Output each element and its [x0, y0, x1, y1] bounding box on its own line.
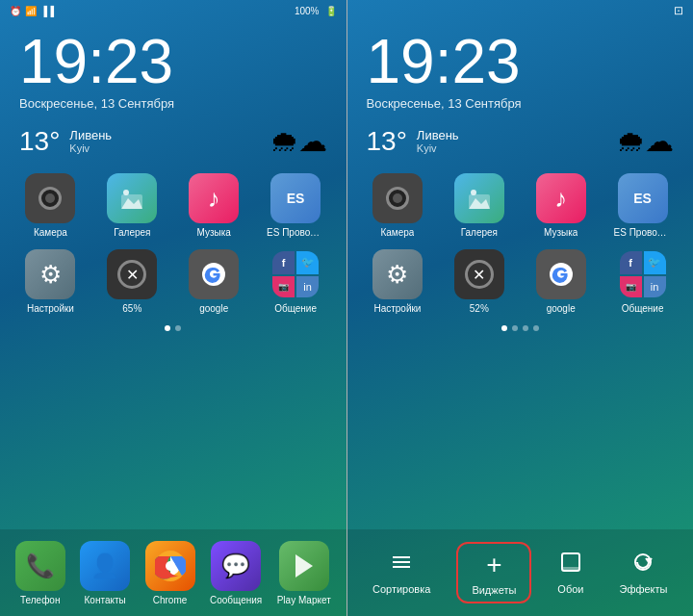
settings-label-left: Настройки [27, 303, 74, 314]
svg-point-10 [471, 190, 476, 195]
messages-icon-left: 💬 [211, 541, 261, 591]
es-icon-right: ES [618, 173, 668, 223]
dot-1-right [501, 325, 507, 331]
google-icon-right [536, 249, 586, 299]
dock-playstore-left[interactable]: Play Маркет [277, 541, 331, 605]
app-camera-right[interactable]: Камера [361, 173, 435, 238]
page-dots-left [0, 320, 346, 337]
playstore-icon-left [279, 541, 329, 591]
percent-label-left: 65% [122, 303, 141, 314]
battery-area: 100% 🔋 [295, 6, 337, 16]
phone-icon-left: 📞 [15, 541, 65, 591]
settings-label-right: Настройки [373, 303, 421, 314]
dock-contacts-left[interactable]: 👤 Контакты [80, 541, 130, 605]
google-icon-left [189, 249, 239, 299]
status-icons-left: ⏰ 📶 ▐▐ [10, 6, 54, 16]
es-icon-left: ES [270, 173, 321, 223]
contacts-icon-left: 👤 [80, 541, 130, 591]
widgets-label: Виджеты [472, 584, 516, 596]
page-dots-right [347, 320, 694, 337]
nav-widgets[interactable]: + Виджеты [456, 542, 531, 603]
weather-icon-right: 🌧☁ [616, 124, 674, 158]
music-label-right: Музыка [544, 227, 578, 238]
weather-widget-right: 13° Ливень Kyiv 🌧☁ [347, 115, 694, 167]
settings-icon-right: ⚙ [372, 249, 423, 299]
dot-2-right [512, 325, 518, 331]
chrome-icon-left [145, 541, 195, 591]
app-gallery-right[interactable]: Галерея [442, 173, 516, 238]
app-settings-right[interactable]: ⚙ Настройки [361, 249, 435, 314]
weather-temp-right: 13° [367, 126, 407, 157]
wallpaper-label: Обои [557, 583, 583, 595]
app-grid-row2-right: ⚙ Настройки ✕ 52% google f 🐦 [347, 244, 694, 320]
app-es-right[interactable]: ES ES Проводни [605, 173, 680, 238]
clock-time-left: 19:23 [19, 31, 327, 92]
camera-label-left: Камера [34, 227, 67, 238]
nav-effects[interactable]: Эффекты [609, 543, 677, 603]
app-percent-left[interactable]: ✕ 65% [95, 249, 169, 314]
bottom-nav-right: Сортировка + Виджеты Обои [347, 529, 694, 616]
weather-icon-left: 🌧☁ [270, 124, 327, 158]
clock-area-left: 19:23 Воскресенье, 13 Сентября [0, 21, 346, 115]
gallery-icon-left [107, 173, 157, 223]
weather-widget-left: 13° Ливень Kyiv 🌧☁ [0, 115, 346, 167]
music-icon-right: ♪ [536, 173, 586, 223]
svg-point-2 [123, 190, 129, 195]
dock-messages-left[interactable]: 💬 Сообщения [210, 541, 262, 605]
dot-1-left [165, 325, 170, 331]
sort-icon [390, 551, 413, 579]
social-label-left: Общение [274, 303, 317, 314]
clock-area-right: 19:23 Воскресенье, 13 Сентября [347, 21, 694, 115]
app-music-right[interactable]: ♪ Музыка [524, 173, 598, 238]
app-google-left[interactable]: google [177, 249, 251, 314]
dot-4-right [533, 325, 539, 331]
status-bar-left: ⏰ 📶 ▐▐ 100% 🔋 [0, 0, 346, 21]
app-settings-left[interactable]: ⚙ Настройки [13, 249, 88, 314]
contacts-label-left: Контакты [85, 595, 126, 605]
gallery-icon-right [454, 173, 504, 223]
music-label-left: Музыка [197, 227, 231, 238]
svg-rect-13 [562, 567, 579, 571]
clock-time-right: 19:23 [367, 31, 675, 92]
app-percent-right[interactable]: ✕ 52% [442, 249, 516, 314]
alarm-icon: ⏰ [10, 6, 21, 16]
app-grid-row2-left: ⚙ Настройки ✕ 65% google [0, 244, 346, 320]
app-music-left[interactable]: ♪ Музыка [177, 173, 251, 238]
nav-sort[interactable]: Сортировка [363, 543, 440, 603]
dock-chrome-left[interactable]: Chrome [145, 541, 195, 605]
camera-icon-right [372, 173, 423, 223]
gallery-label-left: Галерея [114, 227, 150, 238]
google-label-left: google [199, 303, 228, 314]
camera-icon-left [25, 173, 75, 223]
left-panel: ⏰ 📶 ▐▐ 100% 🔋 19:23 Воскресенье, 13 Сент… [0, 0, 346, 616]
effects-label: Эффекты [619, 583, 667, 595]
app-social-right[interactable]: f 🐦 📷 in Общение [605, 249, 680, 314]
chrome-label-left: Chrome [153, 595, 188, 605]
nav-wallpaper[interactable]: Обои [548, 543, 593, 603]
clock-date-left: Воскресенье, 13 Сентября [19, 96, 327, 111]
battery-icon: 🔋 [325, 6, 337, 16]
clock-date-right: Воскресенье, 13 Сентября [367, 96, 675, 111]
fullscreen-icon: ⊡ [674, 4, 683, 17]
app-grid-row1-right: Камера Галерея ♪ Музыка ES ES Проводни [347, 167, 694, 244]
camera-label-right: Камера [380, 227, 414, 238]
x-circle-left: ✕ [117, 260, 146, 289]
percent-icon-left: ✕ [107, 249, 157, 299]
messages-label-left: Сообщения [210, 595, 262, 605]
bottom-dock-left: 📞 Телефон 👤 Контакты Chrome [0, 529, 346, 616]
gallery-label-right: Галерея [461, 227, 498, 238]
percent-label-right: 52% [470, 303, 489, 314]
playstore-label-left: Play Маркет [277, 595, 331, 605]
widgets-icon: + [486, 550, 501, 580]
status-bar-right: ⊡ [347, 0, 694, 21]
social-icon-left: f 🐦 📷 in [270, 249, 321, 299]
sort-label: Сортировка [372, 583, 430, 595]
app-es-left[interactable]: ES ES Проводни [259, 173, 333, 238]
svg-marker-7 [295, 554, 313, 578]
app-google-right[interactable]: google [524, 249, 598, 314]
app-camera-left[interactable]: Камера [13, 173, 88, 238]
effects-icon [631, 551, 654, 579]
app-social-left[interactable]: f 🐦 📷 in Общение [259, 249, 333, 314]
app-gallery-left[interactable]: Галерея [95, 173, 169, 238]
dock-phone-left[interactable]: 📞 Телефон [15, 541, 65, 605]
